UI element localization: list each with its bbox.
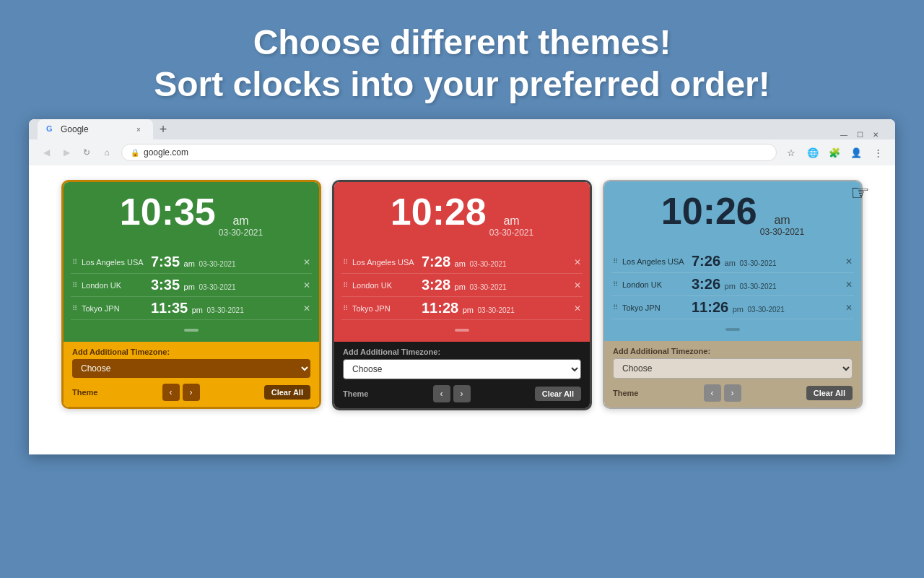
tz-row: ⠿ London UK 3:26 pm 03-30-2021 ✕	[611, 273, 854, 296]
theme-next-button-green[interactable]: ›	[183, 384, 200, 401]
puzzle-button[interactable]: 🧩	[826, 144, 843, 161]
tz-close-button[interactable]: ✕	[303, 257, 310, 267]
extensions-button[interactable]: 🌐	[804, 144, 821, 161]
drag-handle-icon[interactable]: ⠿	[343, 281, 348, 289]
nav-buttons: ◀ ▶ ↻ ⌂	[38, 144, 116, 161]
main-ampm-green: am	[219, 215, 263, 228]
drag-handle-icon[interactable]: ⠿	[343, 304, 348, 312]
scroll-hint	[71, 320, 312, 336]
tz-time: 3:35 pm 03-30-2021	[151, 277, 299, 293]
bookmark-button[interactable]: ☆	[783, 144, 800, 161]
refresh-button[interactable]: ↻	[78, 144, 95, 161]
tz-name: London UK	[82, 281, 147, 290]
theme-label-blue: Theme	[613, 389, 638, 397]
maximize-button[interactable]: ☐	[855, 129, 865, 139]
tz-close-button[interactable]: ✕	[303, 303, 310, 314]
tz-time: 11:35 pm 03-30-2021	[151, 300, 299, 316]
tz-close-button[interactable]: ✕	[574, 303, 581, 314]
browser-tab[interactable]: G Google ×	[38, 119, 153, 139]
tz-row: ⠿ London UK 3:28 pm 03-30-2021 ✕	[341, 274, 583, 297]
theme-prev-button-red[interactable]: ‹	[433, 385, 450, 402]
address-input[interactable]: 🔒 google.com	[121, 144, 777, 161]
tz-close-button[interactable]: ✕	[845, 303, 853, 313]
add-timezone-label: Add Additional Timezone:	[72, 348, 310, 356]
profile-button[interactable]: 👤	[847, 144, 865, 161]
page-header: Choose different themes! Sort clocks int…	[0, 0, 924, 119]
tz-close-button[interactable]: ✕	[845, 256, 853, 267]
toolbar-right: ☆ 🌐 🧩 👤 ⋮	[783, 144, 886, 161]
scroll-dot	[184, 329, 199, 332]
clear-all-button-red[interactable]: Clear All	[535, 387, 581, 401]
theme-next-button-red[interactable]: ›	[453, 385, 471, 402]
tz-name: Tokyo JPN	[82, 304, 147, 313]
url-text: google.com	[144, 147, 188, 158]
theme-row-green: Theme ‹ › Clear All	[72, 384, 310, 401]
tz-name: Los Angeles USA	[352, 258, 417, 267]
theme-row-red: Theme ‹ › Clear All	[343, 385, 581, 402]
back-button[interactable]: ◀	[38, 144, 55, 161]
main-date-green: 03-30-2021	[219, 228, 263, 238]
tz-row: ⠿ Los Angeles USA 7:35 am 03-30-2021 ✕	[71, 251, 312, 274]
scroll-hint	[341, 320, 583, 336]
new-tab-button[interactable]: +	[153, 119, 173, 139]
tz-time: 3:28 pm 03-30-2021	[422, 277, 570, 293]
theme-arrows-green: ‹ ›	[162, 384, 200, 401]
timezone-list-red: ⠿ Los Angeles USA 7:28 am 03-30-2021 ✕ ⠿…	[334, 245, 590, 342]
drag-handle-icon[interactable]: ⠿	[72, 258, 77, 266]
browser-window: G Google × + — ☐ ✕ ◀ ▶ ↻ ⌂ 🔒 google.com	[29, 119, 895, 454]
tz-close-button[interactable]: ✕	[574, 257, 581, 267]
theme-prev-button-blue[interactable]: ‹	[704, 384, 721, 402]
theme-row-blue: Theme ‹ › Clear All	[613, 384, 853, 402]
tz-time: 7:26 am 03-30-2021	[692, 253, 841, 269]
clear-all-button-blue[interactable]: Clear All	[806, 386, 853, 400]
choose-select-blue[interactable]: Choose	[613, 358, 853, 379]
tz-close-button[interactable]: ✕	[303, 280, 310, 290]
tz-name: Los Angeles USA	[82, 258, 147, 267]
drag-handle-icon[interactable]: ⠿	[343, 258, 348, 266]
main-date-blue: 03-30-2021	[760, 227, 804, 237]
drag-handle-icon[interactable]: ⠿	[613, 257, 618, 265]
drag-handle-icon[interactable]: ⠿	[72, 281, 77, 289]
theme-arrows-red: ‹ ›	[433, 385, 471, 402]
main-ampm-red: am	[489, 215, 533, 228]
clock-widget-blue-wrapper: ☞ 10:26 am 03-30-2021 ⠿ Los Angeles USA	[603, 180, 863, 440]
tz-row: ⠿ Los Angeles USA 7:28 am 03-30-2021 ✕	[341, 251, 583, 274]
scroll-dot	[725, 328, 740, 331]
clock-bottom-red: Add Additional Timezone: Choose Theme ‹ …	[334, 342, 590, 408]
clock-widget-red-wrapper: 10:28 am 03-30-2021 ⠿ Los Angeles USA 7:…	[332, 180, 592, 440]
tz-close-button[interactable]: ✕	[845, 280, 853, 290]
close-button[interactable]: ✕	[871, 129, 881, 139]
tz-time: 7:28 am 03-30-2021	[422, 254, 570, 270]
tz-name: Tokyo JPN	[622, 303, 687, 312]
tab-bar: G Google × + — ☐ ✕	[29, 119, 895, 139]
scroll-hint	[611, 319, 854, 335]
choose-select-green[interactable]: Choose	[72, 359, 310, 378]
tz-time: 11:28 pm 03-30-2021	[422, 300, 570, 316]
minimize-button[interactable]: —	[839, 129, 849, 139]
browser-chrome: G Google × + — ☐ ✕ ◀ ▶ ↻ ⌂ 🔒 google.com	[29, 119, 895, 165]
drag-handle-icon[interactable]: ⠿	[613, 280, 618, 288]
tz-row: ⠿ Tokyo JPN 11:28 pm 03-30-2021 ✕	[341, 297, 583, 320]
tz-time: 11:26 pm 03-30-2021	[692, 299, 841, 316]
add-timezone-label: Add Additional Timezone:	[343, 348, 581, 356]
tz-close-button[interactable]: ✕	[574, 280, 581, 290]
home-button[interactable]: ⌂	[98, 144, 116, 161]
timezone-list-green: ⠿ Los Angeles USA 7:35 am 03-30-2021 ✕ ⠿…	[64, 245, 319, 342]
choose-select-red[interactable]: Choose	[343, 359, 581, 379]
theme-prev-button-green[interactable]: ‹	[162, 384, 180, 401]
forward-button[interactable]: ▶	[58, 144, 75, 161]
drag-handle-icon[interactable]: ⠿	[613, 303, 618, 311]
clock-bottom-green: Add Additional Timezone: Choose Theme ‹ …	[64, 342, 319, 407]
main-time-blue: 10:26	[661, 192, 757, 230]
clock-widget-green-wrapper: 10:35 am 03-30-2021 ⠿ Los Angeles USA 7:…	[61, 180, 321, 440]
headline-line1: Choose different themes!	[253, 23, 671, 61]
menu-button[interactable]: ⋮	[869, 144, 886, 161]
timezone-list-blue: ⠿ Los Angeles USA 7:26 am 03-30-2021 ✕ ⠿…	[604, 244, 861, 341]
main-time-green: 10:35	[120, 193, 216, 230]
scroll-dot	[455, 329, 469, 332]
headline: Choose different themes! Sort clocks int…	[14, 22, 910, 105]
tab-close-button[interactable]: ×	[133, 124, 144, 135]
clear-all-button-green[interactable]: Clear All	[264, 385, 310, 400]
drag-handle-icon[interactable]: ⠿	[72, 304, 77, 312]
theme-next-button-blue[interactable]: ›	[724, 384, 741, 402]
